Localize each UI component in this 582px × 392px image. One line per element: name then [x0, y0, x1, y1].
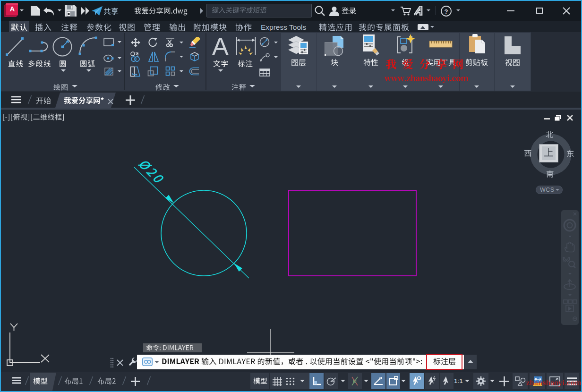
svg-text:?: ? [445, 8, 448, 15]
